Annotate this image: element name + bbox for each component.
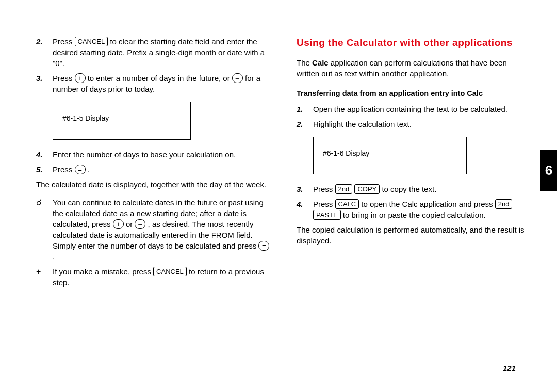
text: Press: [53, 165, 75, 174]
text: to enter a number of days in the future,…: [86, 74, 232, 83]
step-body: Open the application containing the text…: [313, 104, 531, 115]
mistake-body: If you make a mistake, press CANCEL to r…: [53, 266, 271, 288]
section-heading: Using the Calculator with other applicat…: [297, 36, 531, 50]
text: to bring in or paste the copied calculat…: [341, 210, 486, 219]
key-2nd: 2nd: [495, 199, 513, 209]
bold-text: Calc: [312, 58, 329, 67]
text: The: [297, 58, 312, 67]
r-step-3: 3. Press 2nd COPY to copy the text.: [297, 184, 531, 194]
text: application can perform calculations tha…: [297, 58, 507, 78]
step-body: Press CALC to open the Calc application …: [313, 199, 531, 220]
step-body: Press CANCEL to clear the starting date …: [53, 36, 271, 69]
step-2: 2. Press CANCEL to clear the starting da…: [36, 36, 271, 69]
page-number: 121: [0, 363, 557, 373]
step-body: Press 2nd COPY to copy the text.: [313, 184, 531, 194]
tip-row: ☌ You can continue to calculate dates in…: [36, 197, 271, 262]
display-box-1: #6-1-5 Display: [53, 102, 191, 140]
plus-marker: +: [36, 266, 53, 288]
intro-paragraph: The Calc application can perform calcula…: [297, 57, 531, 79]
closing-paragraph: The copied calculation is performed auto…: [297, 224, 531, 246]
step-number: 2.: [297, 119, 313, 129]
text: Press: [313, 200, 335, 208]
right-column: Using the Calculator with other applicat…: [297, 36, 531, 292]
text: Press: [53, 74, 75, 83]
left-column: 2. Press CANCEL to clear the starting da…: [36, 36, 271, 292]
key-minus: –: [135, 219, 145, 229]
step-3: 3. Press + to enter a number of days in …: [36, 73, 271, 94]
key-equals: =: [258, 241, 269, 251]
text: to copy the text.: [380, 185, 436, 193]
display-text: #6-1-6 Display: [323, 149, 369, 157]
key-cancel: CANCEL: [153, 267, 187, 276]
display-text: #6-1-5 Display: [62, 114, 109, 122]
chapter-tab: 6: [540, 150, 557, 191]
text: .: [86, 165, 90, 174]
step-number: 2.: [36, 36, 53, 69]
step-number: 1.: [297, 104, 313, 115]
text: .: [53, 252, 55, 261]
key-2nd: 2nd: [335, 184, 353, 194]
r-step-4: 4. Press CALC to open the Calc applicati…: [297, 199, 531, 220]
text: If you make a mistake, press: [53, 267, 153, 276]
step-body: Enter the number of days to base your ca…: [53, 149, 271, 160]
step-number: 4.: [36, 149, 53, 160]
step-number: 3.: [297, 184, 313, 194]
r-step-2: 2. Highlight the calculation text.: [297, 119, 531, 129]
tip-body: You can continue to calculate dates in t…: [53, 197, 271, 262]
key-equals: =: [75, 165, 86, 174]
text: Press: [53, 37, 75, 46]
display-box-2: #6-1-6 Display: [313, 137, 467, 175]
key-calc: CALC: [335, 199, 359, 209]
key-copy: COPY: [354, 184, 380, 194]
step-body: Press + to enter a number of days in the…: [53, 73, 271, 94]
text: Press: [313, 185, 335, 193]
text: to open the Calc application and press: [359, 200, 495, 208]
paragraph: The calculated date is displayed, togeth…: [36, 179, 271, 190]
step-body: Highlight the calculation text.: [313, 119, 531, 129]
step-number: 5.: [36, 164, 53, 175]
key-cancel: CANCEL: [75, 37, 108, 46]
key-paste: PASTE: [313, 210, 341, 220]
key-plus: +: [75, 73, 86, 83]
step-body: Press = .: [53, 164, 271, 175]
bulb-icon: ☌: [36, 197, 53, 262]
key-minus: –: [232, 73, 243, 83]
r-step-1: 1. Open the application containing the t…: [297, 104, 531, 115]
step-number: 4.: [297, 199, 313, 220]
key-plus: +: [113, 219, 124, 229]
step-4: 4. Enter the number of days to base your…: [36, 149, 271, 160]
sub-heading: Transferring data from an application en…: [297, 88, 531, 99]
text: or: [124, 220, 135, 228]
step-number: 3.: [36, 73, 53, 94]
mistake-row: + If you make a mistake, press CANCEL to…: [36, 266, 271, 288]
step-5: 5. Press = .: [36, 164, 271, 175]
